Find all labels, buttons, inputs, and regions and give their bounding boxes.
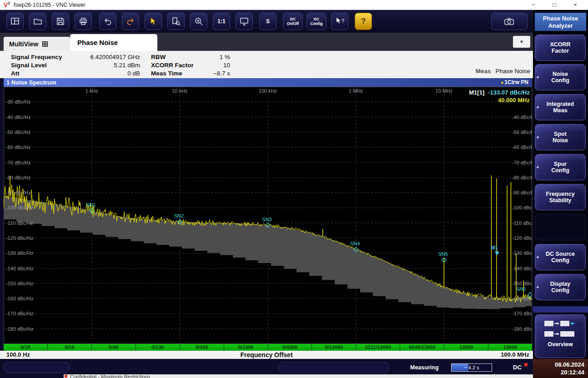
tab-multiview-label: MultiView [9, 40, 38, 48]
minimize-button[interactable]: − [523, 0, 544, 10]
softkey-overview[interactable]: Overview [535, 314, 586, 358]
segment-bar: 0/100/100/400/1300/4300/13000/43000/1300… [4, 344, 532, 351]
signal-source-button[interactable]: S [259, 13, 276, 30]
y-tick-label-left: -60 dBc/Hz [6, 144, 30, 150]
monitor-icon [239, 16, 249, 26]
x-axis-start-value: 100.0 Hz [6, 351, 30, 359]
open-button[interactable] [29, 13, 46, 30]
submenu-arrow-icon: ◀ [536, 165, 538, 169]
softkey-integrated-meas[interactable]: ◀IntegratedMeas [535, 94, 586, 120]
save-button[interactable] [52, 13, 69, 30]
softkey-label: SpotNoise [553, 131, 568, 144]
print-button[interactable] [75, 13, 92, 30]
softkey-label: DisplayConfig [550, 281, 570, 293]
segment-cell: 0/13000 [312, 344, 356, 351]
y-tick-label-left: -110 dBc/Hz [6, 220, 33, 226]
softkey-dc-source-config[interactable]: ◀DC SourceConfig [535, 244, 586, 270]
noise-spectrum-chart: 1 kHz10 kHz100 kHz1 MHz10 MHz-30 dBc/Hz-… [4, 87, 532, 344]
x-tick-label: 10 kHz [172, 88, 187, 94]
noise-spectrum-plot: 1 kHz10 kHz100 kHz1 MHz10 MHz-30 dBc/Hz-… [4, 87, 532, 344]
softkey-spot-noise[interactable]: ◀SpotNoise [535, 124, 586, 150]
x-tick-label: 1 kHz [85, 88, 98, 94]
screenshot-button[interactable] [491, 13, 528, 30]
y-tick-label-right: -150 dBc/Hz [512, 281, 532, 286]
background-window-strip: Confidential - Maximum Restrictions [64, 374, 533, 378]
setting-value[interactable]: 1 % [203, 53, 230, 61]
y-tick-label-left: -170 dBc/Hz [6, 311, 34, 316]
softkey-spur-config[interactable]: ◀SpurConfig [535, 154, 586, 180]
segment-cell: 13000 [444, 344, 488, 351]
softkey-label: XCORRFactor [550, 41, 570, 54]
y-tick-label-left: -30 dBc/Hz [6, 99, 30, 104]
setting-label: Signal Level [11, 61, 75, 70]
y-tick-label-left: -40 dBc/Hz [6, 114, 30, 120]
marker-label-SN4: SN4 [350, 241, 360, 246]
overview-icon [543, 319, 577, 338]
softkey-noise-config[interactable]: ◀NoiseConfig [535, 64, 586, 90]
y-tick-label-left: -180 dBc/Hz [6, 326, 34, 332]
y-tick-label-left: -120 dBc/Hz [6, 235, 34, 241]
select-cursor-button[interactable] [145, 13, 162, 30]
close-button[interactable]: × [565, 0, 586, 10]
dc-onoff-button[interactable]: DCOn/Off [283, 13, 303, 30]
help-button[interactable]: ? [355, 13, 372, 30]
marker-M1[interactable] [495, 251, 499, 255]
maximize-button[interactable]: □ [544, 0, 565, 10]
marker-label-M1: M1 [491, 245, 498, 250]
setting-value[interactable]: 0 dB [73, 70, 140, 78]
setting-value[interactable]: 10 [203, 61, 230, 70]
segment-cell: 0/130 [136, 344, 180, 351]
setting-value[interactable]: 6.420004917 GHz [73, 53, 140, 61]
measurement-progress-bar: ~ 4.2 s [451, 363, 492, 372]
segment-cell: 0/430 [180, 344, 224, 351]
help-cursor-icon: ? [335, 16, 345, 26]
settings-row: Signal Level 5.21 dBm XCORR Factor 10 [0, 61, 533, 70]
y-tick-label-right: -140 dBc/Hz [512, 266, 532, 271]
tab-phase-noise[interactable]: Phase Noise [70, 34, 157, 51]
marker-label-SN3: SN3 [262, 217, 271, 222]
redo-button[interactable] [122, 13, 139, 30]
segment-cell: 0/1300 [224, 344, 268, 351]
camera-icon [504, 16, 515, 26]
y-tick-label-right: -180 dBc/Hz [512, 326, 532, 332]
segment-cell: 0/40 [92, 344, 136, 351]
undo-button[interactable] [99, 13, 116, 30]
zoom-selection-button[interactable] [167, 13, 185, 30]
dc-config-button[interactable]: DCConfig [307, 13, 327, 30]
measurement-settings-header: Signal Frequency 6.420004917 GHz RBW 1 %… [0, 51, 533, 78]
sidebar-divider-bar [533, 306, 588, 313]
y-tick-label-right: -110 dBc/Hz [512, 220, 532, 226]
multiview-grid-icon [42, 41, 48, 47]
one-to-one-label: 1:1 [217, 18, 225, 25]
segment-cell: 0/10 [48, 344, 92, 351]
trace-badge[interactable]: ●1Clrw PN [501, 78, 528, 87]
context-help-button[interactable]: ? [331, 13, 348, 30]
window-layout-button[interactable] [6, 13, 24, 30]
display-button[interactable] [236, 13, 253, 30]
zoom-plus-icon [194, 16, 204, 26]
zoom-reset-button[interactable]: 1:1 [213, 13, 230, 30]
y-tick-label-right: -120 dBc/Hz [512, 235, 532, 241]
setting-value[interactable]: ~8.7 s [203, 70, 230, 78]
softkey-label: FrequencyStability [546, 191, 574, 204]
y-tick-label-right: -80 dBc/Hz [512, 175, 532, 180]
setting-value[interactable]: 5.21 dBm [73, 61, 140, 70]
marker-label-SN1: SN1 [86, 202, 95, 208]
softkey-frequency-stability[interactable]: FrequencyStability [535, 184, 586, 210]
settings-row: Signal Frequency 6.420004917 GHz RBW 1 % [0, 53, 533, 61]
zoom-in-button[interactable] [190, 13, 207, 30]
status-time: 20:12:44 [533, 368, 584, 376]
y-tick-label-left: -70 dBc/Hz [6, 160, 30, 165]
x-tick-label: 10 MHz [435, 88, 452, 94]
marker-label-SN2: SN2 [174, 213, 184, 219]
undo-icon [103, 16, 113, 26]
tab-dropdown-button[interactable]: ▼ [513, 36, 530, 48]
submenu-arrow-icon: ◀ [536, 135, 538, 139]
y-tick-label-left: -50 dBc/Hz [6, 129, 30, 135]
tab-multiview[interactable]: MultiView [4, 37, 70, 51]
softkey-xcorr-factor[interactable]: XCORRFactor [535, 35, 586, 61]
y-tick-label-left: -140 dBc/Hz [6, 266, 34, 271]
y-tick-label-right: -70 dBc/Hz [512, 160, 532, 165]
softkey-display-config[interactable]: ◀DisplayConfig [535, 274, 586, 300]
channel-title-line2: Analyzer [535, 22, 586, 30]
